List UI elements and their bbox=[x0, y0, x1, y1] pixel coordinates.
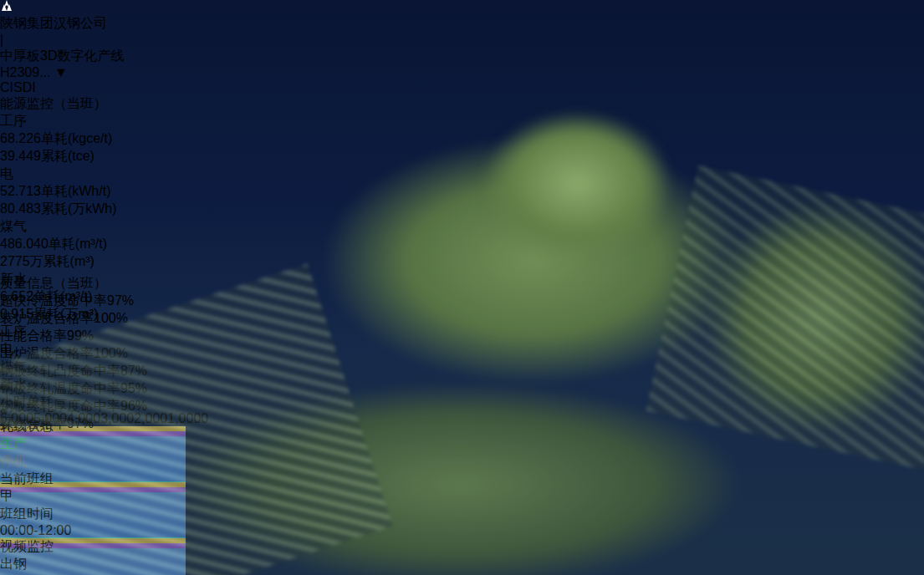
dashboard-root: 陕钢集团汉钢公司 | 中厚板3D数字化产线 H2309... ▼ CISDI 能… bbox=[0, 0, 924, 575]
3d-scene[interactable] bbox=[0, 0, 924, 575]
mill-stand-structure bbox=[468, 109, 686, 276]
